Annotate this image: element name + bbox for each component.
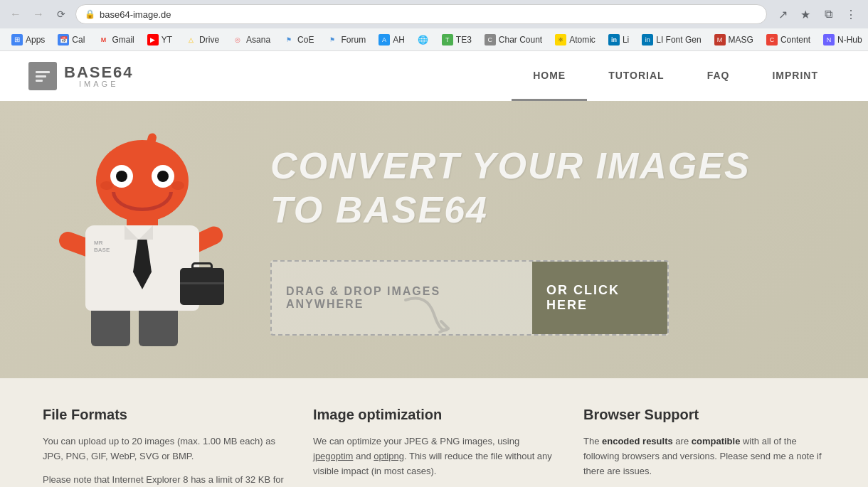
coe-icon: ⚑ (283, 34, 295, 46)
mascot-right-pupil (157, 171, 169, 182)
atomic-icon: ⚛ (555, 34, 566, 46)
briefcase-handle (191, 262, 213, 269)
forum-icon: ⚑ (327, 34, 338, 46)
click-here-button[interactable]: OR CLICK HERE (532, 262, 667, 334)
bookmark-apps[interactable]: ⊞ Apps (6, 32, 51, 48)
refresh-button[interactable]: ⟳ (53, 6, 70, 23)
nav-faq[interactable]: FAQ (686, 51, 751, 101)
bookmark-coe-label: CoE (297, 35, 314, 45)
bookmark-gmail[interactable]: M Gmail (92, 32, 139, 48)
bookmark-te3[interactable]: T TE3 (436, 32, 477, 48)
file-formats-col: File Formats You can upload up to 20 ima… (43, 407, 285, 487)
url-text: base64-image.de (100, 9, 171, 20)
mascot-body: MRBASE (57, 129, 228, 350)
share-button[interactable]: ↗ (773, 4, 793, 24)
bookmark-yt-label: YT (162, 35, 172, 45)
lifont-icon: in (642, 34, 653, 46)
mascot-left-pupil (116, 171, 127, 182)
browser-support-col: Browser Support The encoded results are … (583, 407, 825, 487)
bookmark-content[interactable]: C Content (761, 32, 816, 48)
mascot-collar (125, 225, 153, 240)
bookmark-ah-label: AH (393, 35, 405, 45)
bookmark-cal[interactable]: 📅 Cal (52, 32, 90, 48)
bookmark-charcount-label: Char Count (499, 35, 542, 45)
asana-icon: ◎ (232, 34, 243, 46)
logo-icon (28, 62, 57, 90)
bookmark-apps-label: Apps (26, 35, 45, 45)
menu-button[interactable]: ⋮ (841, 4, 861, 24)
bookmark-globe[interactable]: 🌐 (412, 32, 435, 48)
jpegoptim-link[interactable]: jpegoptim (313, 451, 353, 461)
charcount-icon: C (485, 34, 496, 46)
content-icon: C (766, 34, 778, 46)
arrow-decoration (398, 286, 455, 343)
briefcase-clasp (180, 282, 224, 284)
address-bar[interactable]: 🔒 base64-image.de (75, 4, 767, 24)
nav-links: HOME TUTORIAL FAQ IMPRINT (512, 51, 840, 101)
mascot-cheek-right (171, 181, 184, 190)
logo-text: BASE64 IMAGE (64, 65, 134, 88)
hero-title-line2: TO BASE64 (270, 189, 488, 230)
bookmark-gmail-label: Gmail (112, 35, 134, 45)
hero-content: CONVERT YOUR IMAGES TO BASE64 DRAG & DRO… (242, 144, 825, 336)
mascot-smile-arc (112, 192, 173, 211)
nav-home[interactable]: HOME (512, 51, 587, 101)
browser-support-heading: Browser Support (583, 407, 825, 423)
bookmark-masg[interactable]: M MASG (709, 32, 759, 48)
file-formats-p1: You can upload up to 20 images (max. 1.0… (43, 434, 285, 464)
mascot-head (96, 140, 189, 222)
bookmark-atomic[interactable]: ⚛ Atomic (549, 32, 601, 48)
logo-base64: BASE64 (64, 65, 134, 80)
file-formats-p2: Please note that Internet Explorer 8 has… (43, 473, 285, 487)
toolbar-icons: ↗ ★ ⧉ ⋮ (773, 4, 861, 24)
mascot-cheek-left (100, 181, 113, 190)
back-button[interactable]: ← (7, 6, 24, 23)
nav-imprint[interactable]: IMPRINT (751, 51, 840, 101)
bookmark-coe[interactable]: ⚑ CoE (277, 32, 319, 48)
bookmark-drive[interactable]: △ Drive (179, 32, 225, 48)
bookmark-asana[interactable]: ◎ Asana (226, 32, 276, 48)
te3-icon: T (442, 34, 453, 46)
bookmark-forum[interactable]: ⚑ Forum (321, 32, 371, 48)
browser-window: ← → ⟳ 🔒 base64-image.de ↗ ★ ⧉ ⋮ ⊞ Apps 📅… (0, 0, 868, 487)
logo-image: IMAGE (64, 80, 134, 88)
bookmark-li[interactable]: in Li (603, 32, 635, 48)
drive-icon: △ (185, 34, 196, 46)
globe-icon: 🌐 (418, 34, 429, 46)
nav-tutorial[interactable]: TUTORIAL (587, 51, 686, 101)
li-icon: in (608, 34, 620, 46)
file-formats-heading: File Formats (43, 407, 285, 423)
bookmark-ah[interactable]: A AH (373, 32, 411, 48)
masg-icon: M (714, 34, 726, 46)
image-optimization-heading: Image optimization (313, 407, 555, 423)
bookmark-atomic-label: Atomic (569, 35, 596, 45)
bookmark-lifont[interactable]: in LI Font Gen (636, 32, 706, 48)
mascot-mouth (112, 192, 173, 212)
bookmark-yt[interactable]: ▶ YT (142, 32, 178, 48)
bookmark-charcount[interactable]: C Char Count (479, 32, 548, 48)
mascot-left-leg (91, 307, 130, 346)
extension-button[interactable]: ⧉ (818, 4, 838, 24)
bookmark-te3-label: TE3 (456, 35, 472, 45)
forward-button[interactable]: → (30, 6, 47, 23)
mascot-briefcase (180, 268, 224, 305)
svg-rect-1 (36, 71, 50, 73)
mascot-left-eye (110, 165, 133, 188)
bookmark-nhub-label: N-Hub (837, 35, 862, 45)
bookmark-lifont-label: LI Font Gen (656, 35, 701, 45)
compatible-text: compatible (692, 436, 741, 446)
mascot-tie (133, 240, 152, 289)
bookmark-button[interactable]: ★ (795, 4, 815, 24)
optipng-link[interactable]: optipng (374, 451, 404, 461)
click-here-label: OR CLICK HERE (546, 283, 653, 313)
bookmark-masg-label: MASG (729, 35, 753, 45)
site-navigation: BASE64 IMAGE HOME TUTORIAL FAQ IMPRINT (0, 51, 868, 101)
bookmark-li-label: Li (623, 35, 629, 45)
bookmark-cal-label: Cal (72, 35, 85, 45)
bookmark-nhub[interactable]: N N-Hub (817, 32, 868, 48)
hero-section: MRBASE CONVERT YOUR IMAGES TO BASE64 (0, 101, 868, 378)
image-optimization-col: Image optimization We can optimize your … (313, 407, 555, 487)
bookmark-forum-label: Forum (341, 35, 366, 45)
upload-area[interactable]: DRAG & DROP IMAGES ANYWHERE OR CLICK HER… (270, 260, 669, 336)
browser-support-text: The encoded results are compatible with … (583, 434, 825, 478)
